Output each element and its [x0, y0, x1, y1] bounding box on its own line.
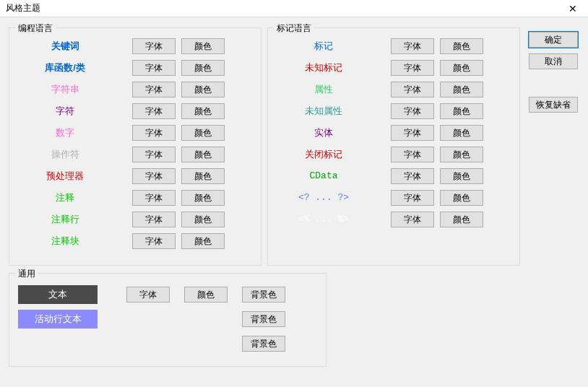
programming-row: 注释字体颜色 — [18, 190, 225, 206]
programming-item-label: 操作符 — [18, 147, 112, 162]
font-button[interactable]: 字体 — [391, 125, 434, 141]
client-area: 编程语言 关键词字体颜色库函数/类字体颜色字符串字体颜色字符字体颜色数字字体颜色… — [0, 17, 588, 387]
color-button[interactable]: 颜色 — [440, 190, 483, 206]
color-button[interactable]: 颜色 — [440, 212, 483, 227]
markup-item-label: 关闭标记 — [277, 147, 371, 162]
font-button[interactable]: 字体 — [391, 168, 434, 184]
markup-row: CData字体颜色 — [277, 168, 483, 184]
cancel-button[interactable]: 取消 — [529, 53, 578, 69]
general-item-label: 选中联动指示文 — [18, 334, 98, 353]
programming-item-label: 预处理器 — [18, 168, 112, 184]
font-button[interactable]: 字体 — [391, 82, 434, 97]
color-button[interactable]: 颜色 — [440, 168, 483, 184]
color-button[interactable]: 颜色 — [440, 60, 483, 76]
color-button[interactable]: 颜色 — [181, 82, 225, 97]
font-button[interactable]: 字体 — [391, 190, 434, 206]
programming-item-label: 关键词 — [18, 38, 112, 54]
markup-item-label: <? ... ?> — [277, 190, 371, 206]
font-button[interactable]: 字体 — [132, 60, 176, 76]
programming-item-label: 字符 — [18, 103, 112, 119]
markup-row: 关闭标记字体颜色 — [277, 147, 483, 162]
font-button[interactable]: 字体 — [391, 60, 434, 76]
markup-row: 实体字体颜色 — [277, 125, 483, 141]
markup-item-label: 实体 — [277, 125, 371, 141]
group-programming: 编程语言 关键词字体颜色库函数/类字体颜色字符串字体颜色字符字体颜色数字字体颜色… — [9, 27, 261, 266]
color-button[interactable]: 颜色 — [440, 125, 483, 141]
markup-item-label: CData — [277, 168, 371, 184]
color-button[interactable]: 颜色 — [181, 147, 225, 162]
font-button[interactable]: 字体 — [126, 287, 170, 303]
markup-row: <% ... %>字体颜色 — [277, 212, 483, 227]
ok-button[interactable]: 确定 — [529, 32, 578, 48]
font-button[interactable]: 字体 — [132, 82, 176, 97]
font-button[interactable]: 字体 — [132, 190, 176, 206]
group-programming-legend: 编程语言 — [15, 22, 56, 35]
color-button[interactable]: 颜色 — [440, 147, 483, 162]
markup-item-label: 属性 — [277, 82, 371, 97]
close-icon[interactable]: ✕ — [562, 3, 584, 14]
markup-item-label: <% ... %> — [277, 212, 371, 227]
markup-row: 标记字体颜色 — [277, 38, 483, 54]
programming-item-label: 字符串 — [18, 82, 112, 97]
titlebar: 风格主题 ✕ — [0, 0, 588, 17]
font-button[interactable]: 字体 — [132, 147, 176, 162]
window-title: 风格主题 — [6, 2, 40, 14]
color-button[interactable]: 颜色 — [440, 82, 483, 97]
markup-item-label: 未知标记 — [277, 60, 371, 76]
programming-item-label: 数字 — [18, 125, 112, 141]
markup-row: <? ... ?>字体颜色 — [277, 190, 483, 206]
font-button[interactable]: 字体 — [132, 38, 176, 54]
font-button[interactable]: 字体 — [391, 38, 434, 54]
group-general-legend: 通用 — [15, 268, 38, 280]
color-button[interactable]: 颜色 — [181, 60, 225, 76]
color-button[interactable]: 颜色 — [184, 287, 228, 303]
color-button[interactable]: 颜色 — [440, 103, 483, 119]
color-button[interactable]: 颜色 — [181, 38, 225, 54]
group-general: 通用 文本字体颜色背景色活动行文本背景色选中联动指示文背景色 — [9, 273, 327, 367]
markup-row: 属性字体颜色 — [277, 82, 483, 97]
font-button[interactable]: 字体 — [132, 233, 176, 249]
background-color-button[interactable]: 背景色 — [242, 287, 285, 303]
programming-item-label: 注释块 — [18, 233, 112, 249]
color-button[interactable]: 颜色 — [440, 38, 483, 54]
markup-item-label: 标记 — [277, 38, 371, 54]
markup-row: 未知标记字体颜色 — [277, 60, 483, 76]
general-item-label: 文本 — [18, 285, 98, 304]
markup-row: 未知属性字体颜色 — [277, 103, 483, 119]
color-button[interactable]: 颜色 — [181, 125, 225, 141]
general-row: 文本字体颜色背景色 — [18, 287, 285, 303]
programming-row: 注释行字体颜色 — [18, 212, 225, 227]
color-button[interactable]: 颜色 — [181, 212, 225, 227]
programming-row: 关键词字体颜色 — [18, 38, 225, 54]
programming-row: 字符串字体颜色 — [18, 82, 225, 97]
group-markup-legend: 标记语言 — [274, 22, 314, 35]
programming-item-label: 库函数/类 — [18, 60, 112, 76]
font-button[interactable]: 字体 — [132, 125, 176, 141]
general-row: 活动行文本背景色 — [18, 311, 285, 327]
font-button[interactable]: 字体 — [132, 103, 176, 119]
background-color-button[interactable]: 背景色 — [242, 336, 285, 352]
group-markup: 标记语言 标记字体颜色未知标记字体颜色属性字体颜色未知属性字体颜色实体字体颜色关… — [267, 27, 520, 266]
programming-row: 库函数/类字体颜色 — [18, 60, 225, 76]
programming-item-label: 注释 — [18, 190, 112, 206]
font-button[interactable]: 字体 — [391, 212, 434, 227]
font-button[interactable]: 字体 — [132, 212, 176, 227]
color-button[interactable]: 颜色 — [181, 233, 225, 249]
programming-item-label: 注释行 — [18, 212, 112, 227]
background-color-button[interactable]: 背景色 — [242, 311, 285, 327]
programming-row: 预处理器字体颜色 — [18, 168, 225, 184]
font-button[interactable]: 字体 — [391, 103, 434, 119]
color-button[interactable]: 颜色 — [181, 190, 225, 206]
restore-defaults-button[interactable]: 恢复缺省 — [529, 97, 578, 113]
general-row: 选中联动指示文背景色 — [18, 336, 285, 352]
programming-row: 操作符字体颜色 — [18, 147, 225, 162]
programming-row: 注释块字体颜色 — [18, 233, 225, 249]
markup-item-label: 未知属性 — [277, 103, 371, 119]
color-button[interactable]: 颜色 — [181, 103, 225, 119]
font-button[interactable]: 字体 — [132, 168, 176, 184]
programming-row: 字符字体颜色 — [18, 103, 225, 119]
color-button[interactable]: 颜色 — [181, 168, 225, 184]
font-button[interactable]: 字体 — [391, 147, 434, 162]
programming-row: 数字字体颜色 — [18, 125, 225, 141]
general-item-label: 活动行文本 — [18, 310, 98, 329]
